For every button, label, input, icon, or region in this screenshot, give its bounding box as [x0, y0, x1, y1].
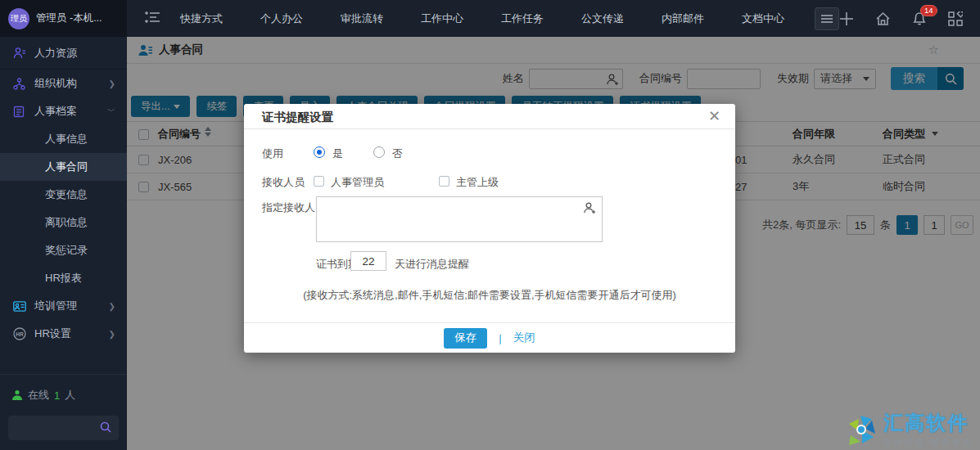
close-link[interactable]: 关闭 [513, 331, 535, 345]
use-no-label: 否 [392, 146, 403, 161]
sidebar-item-training-management[interactable]: 培训管理 ❯ [0, 292, 127, 320]
main-content: 人事合同 ☆ 姓名 合同编号 失效期 请选择 搜索 [127, 37, 980, 450]
chevron-right-icon: ❯ [109, 302, 115, 311]
sidebar-item-label: 人事合同 [45, 160, 88, 174]
online-count: 1 [54, 389, 60, 402]
use-yes-label: 是 [332, 146, 343, 161]
org-chart-icon [13, 78, 28, 90]
close-icon[interactable]: ✕ [708, 107, 720, 125]
receiver-supervisor-checkbox[interactable] [439, 176, 449, 187]
sidebar-item-personnel-info[interactable]: 人事信息 [0, 125, 127, 153]
sidebar: 人力资源 组织机构 ❯ 人事档案 ﹀ 人事信息 人事合同 变更信息 离职信息 [0, 37, 127, 450]
person-icon [13, 47, 28, 60]
more-menu-button[interactable] [815, 7, 839, 30]
sidebar-item-label: 奖惩记录 [45, 243, 88, 258]
sidebar-item-label: HR报表 [45, 271, 82, 286]
sidebar-item-hr-module[interactable]: 人力资源 [0, 37, 127, 70]
svg-text:HR: HR [16, 331, 24, 337]
menu-shortcuts[interactable]: 快捷方式 [161, 0, 242, 37]
menu-document-center[interactable]: 文档中心 [723, 0, 803, 37]
chevron-right-icon: ❯ [109, 79, 115, 88]
current-user[interactable]: 理员 管理员 -本机... [0, 0, 127, 37]
assignee-label: 指定接收人 [262, 200, 315, 215]
online-unit: 人 [65, 388, 75, 403]
online-status: 在线 1 人 [11, 388, 119, 403]
search-icon [100, 421, 111, 433]
dialog-title: 证书提醒设置 [262, 110, 333, 125]
receiver-label: 接收人员 [262, 175, 305, 190]
sidebar-item-label: 培训管理 [34, 299, 77, 313]
vendor-text: 汇高软件 软件星级 服务资质 [883, 410, 973, 448]
apps-grid-icon[interactable] [948, 11, 963, 26]
hr-circle-icon: HR [13, 327, 28, 340]
notification-badge: 14 [920, 5, 937, 16]
app-window: 理员 管理员 -本机... 快捷方式 个人办公 审批流转 工作中心 工作任务 公… [0, 0, 980, 450]
dialog-note: (接收方式:系统消息,邮件,手机短信;邮件需要设置,手机短信需要开通后才可使用) [244, 288, 735, 303]
use-no-radio[interactable] [373, 146, 385, 158]
menu-approval-flow[interactable]: 审批流转 [322, 0, 402, 37]
dialog-footer: 保存 | 关闭 [244, 322, 735, 353]
sidebar-item-organization[interactable]: 组织机构 ❯ [0, 70, 127, 97]
chevron-right-icon: ❯ [109, 330, 115, 339]
receiver-hr-admin-label: 人事管理员 [331, 175, 384, 190]
sidebar-item-label: 组织机构 [34, 76, 77, 91]
use-yes-radio[interactable] [314, 146, 325, 158]
menu-work-center[interactable]: 工作中心 [402, 0, 482, 37]
menu-work-tasks[interactable]: 工作任务 [482, 0, 562, 37]
person-add-icon[interactable] [583, 201, 596, 218]
assignee-textarea[interactable] [316, 196, 603, 242]
sidebar-item-hr-reports[interactable]: HR报表 [0, 264, 127, 292]
sidebar-footer: 在线 1 人 [0, 374, 127, 450]
online-person-icon [11, 389, 23, 401]
nav-action-icons: 14 [839, 11, 980, 26]
menu-personal-office[interactable]: 个人办公 [242, 0, 322, 37]
sidebar-item-resignation-info[interactable]: 离职信息 [0, 209, 127, 236]
sidebar-search-input[interactable] [8, 416, 119, 440]
sidebar-item-personnel-files[interactable]: 人事档案 ﹀ [0, 97, 127, 125]
sidebar-item-rewards-records[interactable]: 奖惩记录 [0, 236, 127, 264]
add-icon[interactable] [839, 11, 854, 26]
footer-separator: | [499, 332, 501, 344]
avatar[interactable]: 理员 [8, 8, 29, 29]
sidebar-item-hr-settings[interactable]: HR HR设置 ❯ [0, 320, 127, 348]
vendor-watermark: 汇高软件 软件星级 服务资质 [844, 410, 973, 448]
vendor-tagline: 软件星级 服务资质 [883, 437, 973, 448]
top-navbar: 理员 管理员 -本机... 快捷方式 个人办公 审批流转 工作中心 工作任务 公… [0, 0, 980, 37]
id-card-icon [13, 301, 28, 312]
use-label: 使用 [262, 146, 283, 161]
main-menu: 快捷方式 个人办公 审批流转 工作中心 工作任务 公文传递 内部邮件 文档中心 [161, 0, 839, 37]
notifications-icon[interactable]: 14 [912, 11, 927, 26]
home-icon[interactable] [875, 11, 891, 26]
sidebar-item-label: HR设置 [34, 326, 71, 341]
collapse-menu-icon[interactable] [145, 11, 161, 27]
menu-internal-mail[interactable]: 内部邮件 [643, 0, 723, 37]
sidebar-item-change-info[interactable]: 变更信息 [0, 181, 127, 209]
menu-document-transfer[interactable]: 公文传递 [562, 0, 643, 37]
document-icon [13, 106, 28, 118]
certificate-reminder-dialog: 证书提醒设置 ✕ 使用 是 否 接收人员 人事管理员 主管上级 指定接收人 证书… [244, 104, 735, 353]
sidebar-item-personnel-contract[interactable]: 人事合同 [0, 153, 127, 181]
days-suffix-label: 天进行消息提醒 [395, 257, 469, 272]
user-name: 管理员 -本机... [36, 11, 102, 25]
sidebar-item-label: 变更信息 [45, 187, 88, 202]
chevron-down-icon: ﹀ [107, 106, 115, 117]
receiver-supervisor-label: 主管上级 [456, 175, 499, 190]
sidebar-item-label: 人事信息 [45, 132, 88, 146]
sidebar-item-label: 离职信息 [45, 215, 88, 230]
vendor-logo-icon [844, 411, 880, 448]
vendor-name: 汇高软件 [883, 410, 973, 436]
online-label: 在线 [28, 388, 49, 403]
dialog-header: 证书提醒设置 ✕ [244, 104, 735, 129]
receiver-hr-admin-checkbox[interactable] [314, 176, 324, 187]
save-button[interactable]: 保存 [444, 328, 487, 349]
days-input[interactable] [350, 251, 386, 271]
sidebar-item-label: 人事档案 [34, 104, 77, 119]
sidebar-item-label: 人力资源 [34, 46, 77, 61]
hamburger-icon [821, 15, 833, 23]
